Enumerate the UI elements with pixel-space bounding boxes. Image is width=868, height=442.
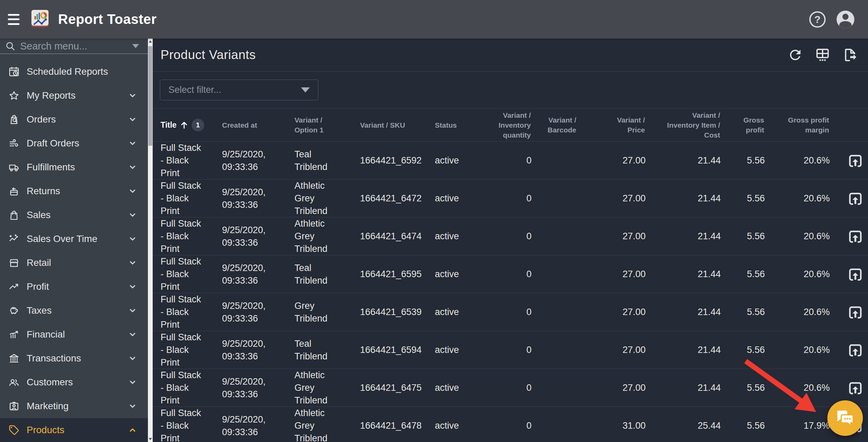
cell-sku: 1664421_6539 xyxy=(360,306,435,318)
cell-cost: 21.44 xyxy=(647,382,722,394)
cell-option1: Teal Triblend xyxy=(294,338,360,363)
sidebar-item-sales[interactable]: Sales xyxy=(0,203,148,227)
cell-created_at: 9/25/2020, 09:33:36 xyxy=(222,375,294,401)
chat-bubbles-icon xyxy=(835,408,856,429)
column-header-option1[interactable]: Variant / Option 1 xyxy=(294,115,360,135)
table-columns-icon[interactable] xyxy=(815,47,830,63)
filter-select[interactable]: Select filter... xyxy=(160,80,318,100)
cell-margin: 20.6% xyxy=(766,382,831,394)
cell-sku: 1664421_6474 xyxy=(360,230,435,243)
export-icon[interactable] xyxy=(842,47,858,63)
sidebar-item-retail[interactable]: Retail xyxy=(0,251,148,275)
star-icon xyxy=(8,90,20,101)
sidebar-item-my-reports[interactable]: My Reports xyxy=(0,84,148,108)
menu-icon[interactable] xyxy=(5,13,22,26)
account-icon[interactable] xyxy=(837,11,854,28)
refresh-icon[interactable] xyxy=(787,47,803,63)
tag-icon xyxy=(8,424,20,436)
cell-option1: Athletic Grey Triblend xyxy=(294,217,360,255)
badge-card-icon xyxy=(8,400,20,412)
sort-ascending-arrow-icon xyxy=(179,120,189,130)
scroll-down-icon[interactable] xyxy=(148,436,153,442)
open-in-browser-icon xyxy=(847,190,864,207)
sidebar-item-profit[interactable]: Profit xyxy=(0,275,148,299)
column-header-price[interactable]: Variant / Price xyxy=(578,115,647,135)
search-input[interactable] xyxy=(20,41,128,52)
cell-inventory_quantity: 0 xyxy=(485,230,533,243)
cell-option1: Athletic Grey Triblend xyxy=(294,369,360,407)
sidebar-item-label: Scheduled Reports xyxy=(27,66,108,77)
cell-inventory_quantity: 0 xyxy=(485,419,533,432)
sidebar-item-fulfillments[interactable]: Fulfillments xyxy=(0,155,148,179)
cell-margin: 17.9% xyxy=(766,419,831,432)
scroll-up-icon[interactable] xyxy=(148,39,153,44)
product-variants-table: Title1Created atVariant / Option 1Varian… xyxy=(153,109,868,442)
sidebar-item-transactions[interactable]: Transactions xyxy=(0,346,148,370)
cell-cost: 21.44 xyxy=(647,154,722,167)
column-header-sku[interactable]: Variant / SKU xyxy=(360,120,435,130)
open-record-button[interactable] xyxy=(847,342,864,358)
cell-margin: 20.6% xyxy=(766,344,831,356)
cell-status: active xyxy=(435,419,485,432)
cell-cost: 21.44 xyxy=(647,230,722,243)
column-header-cost[interactable]: Variant / Inventory Item / Cost xyxy=(647,110,722,140)
open-in-browser-icon xyxy=(847,380,864,396)
cell-gross_profit: 5.56 xyxy=(722,306,766,318)
sidebar-item-label: Returns xyxy=(27,186,60,197)
open-record-button[interactable] xyxy=(847,190,864,207)
calendar-clock-icon xyxy=(8,66,20,77)
cell-created_at: 9/25/2020, 09:33:36 xyxy=(222,300,294,325)
column-header-status[interactable]: Status xyxy=(435,120,485,130)
sidebar-item-sales-over-time[interactable]: Sales Over Time xyxy=(0,227,148,251)
open-record-button[interactable] xyxy=(847,153,864,169)
sidebar-item-financial[interactable]: Financial xyxy=(0,323,148,346)
column-header-margin[interactable]: Gross profit margin xyxy=(766,115,831,135)
sidebar-item-returns[interactable]: Returns xyxy=(0,179,148,203)
cell-inventory_quantity: 0 xyxy=(485,382,533,394)
cell-status: active xyxy=(435,306,485,318)
scrollbar-thumb[interactable] xyxy=(148,46,152,146)
chevron-down-icon xyxy=(127,377,138,387)
open-in-browser-icon xyxy=(847,228,864,245)
open-record-button[interactable] xyxy=(847,380,864,396)
sidebar-item-scheduled-reports[interactable]: Scheduled Reports xyxy=(0,60,148,84)
app-title: Report Toaster xyxy=(58,12,157,27)
open-record-button[interactable] xyxy=(847,228,864,245)
column-header-barcode[interactable]: Variant / Barcode xyxy=(533,115,578,135)
sidebar-menu: Scheduled ReportsMy ReportsOrdersDraft O… xyxy=(0,54,148,442)
cell-price: 31.00 xyxy=(578,419,647,432)
sidebar-item-label: Sales Over Time xyxy=(27,233,97,244)
column-header-gross_profit[interactable]: Gross profit xyxy=(722,115,766,135)
cell-margin: 20.6% xyxy=(766,154,831,167)
cell-title: Full Stack - Black Print xyxy=(161,255,222,293)
cell-cost: 21.44 xyxy=(647,192,722,205)
column-header-created_at[interactable]: Created at xyxy=(222,120,294,130)
chat-fab[interactable] xyxy=(827,400,863,436)
sidebar-scrollbar[interactable] xyxy=(148,39,153,442)
column-header-title[interactable]: Title1 xyxy=(161,119,222,131)
column-header-inventory_quantity[interactable]: Variant / Inventory quantity xyxy=(485,110,533,140)
sidebar-item-taxes[interactable]: Taxes xyxy=(0,299,148,323)
storefront-icon xyxy=(8,257,20,269)
sidebar-search xyxy=(0,39,148,54)
cell-inventory_quantity: 0 xyxy=(485,268,533,281)
sidebar-item-draft-orders[interactable]: Draft Orders xyxy=(0,131,148,155)
sidebar-item-customers[interactable]: Customers xyxy=(0,370,148,394)
sidebar-item-label: Sales xyxy=(27,210,51,220)
cell-created_at: 9/25/2020, 09:33:36 xyxy=(222,338,294,363)
open-record-button[interactable] xyxy=(847,266,864,283)
cell-title: Full Stack - Black Print xyxy=(161,369,222,407)
cell-sku: 1664421_6595 xyxy=(360,268,435,281)
search-dropdown-caret-icon[interactable] xyxy=(132,44,139,48)
cell-option1: Athletic Grey Triblend xyxy=(294,180,360,217)
sidebar-item-marketing[interactable]: Marketing xyxy=(0,394,148,418)
help-icon[interactable]: ? xyxy=(809,11,826,28)
sidebar-item-products[interactable]: Products xyxy=(0,418,148,442)
cell-option1: Athletic Grey Triblend xyxy=(294,407,360,442)
cell-sku: 1664421_6475 xyxy=(360,382,435,394)
open-record-button[interactable] xyxy=(847,304,864,320)
chevron-up-icon xyxy=(127,425,138,435)
cell-title: Full Stack - Black Print xyxy=(161,217,222,255)
cell-price: 27.00 xyxy=(578,306,647,318)
sidebar-item-orders[interactable]: Orders xyxy=(0,108,148,131)
